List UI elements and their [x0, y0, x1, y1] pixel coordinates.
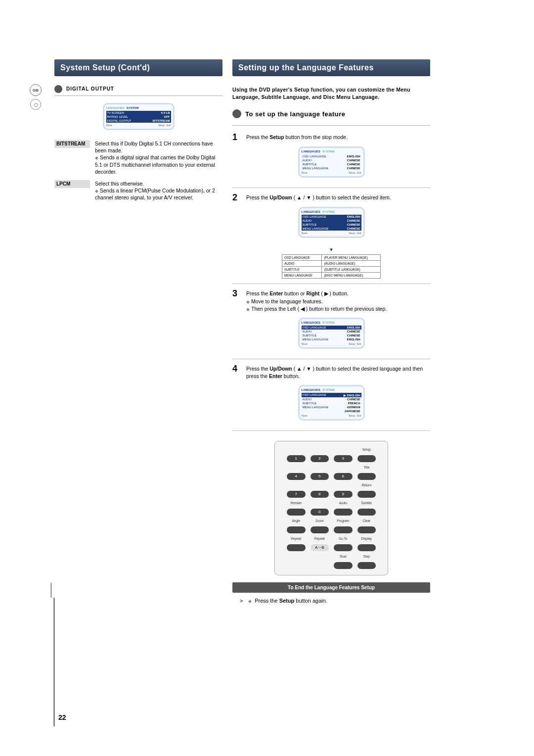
osd-row-label: SUBTITLE [303, 334, 317, 337]
osd-row-value: JAPANESE [345, 410, 360, 413]
remote-btn-display [357, 544, 376, 551]
table-cell: (PLAYER MENU LANGUAGE) [322, 255, 381, 261]
term-desc: Select this if Dolby Digital 5.1 CH conn… [95, 141, 213, 153]
osd-screenshot-lang-2: LANGUAGES SYSTEM OSD LANGUAGEENGLISH AUD… [298, 207, 365, 238]
remote-label-clear: Clear [357, 519, 376, 523]
osd-tab-system: SYSTEM [322, 150, 335, 153]
table-cell: SUBTITLE [282, 267, 322, 273]
remote-btn-subtitle [357, 509, 376, 516]
step-number: 4 [232, 364, 241, 380]
remote-btn-setup [357, 455, 376, 462]
step-text: Press the Enter button or Right ( ▶ ) bu… [246, 289, 387, 313]
remote-btn-slow [334, 562, 353, 569]
osd-row-label: SUBTITLE [303, 163, 317, 166]
osd-tab-languages: LANGUAGES [106, 106, 125, 109]
osd-screenshot-lang-4: LANGUAGES SYSTEM OSD LANGUAGE▶ ENGLISH A… [298, 385, 365, 421]
remote-label-repeat-ab: Repeat [311, 536, 329, 541]
step-1: 1 Press the Setup button from the stop m… [232, 133, 430, 142]
left-header: System Setup (Cont'd) [54, 59, 222, 76]
end-setup-bar: To End the Language Features Setup [232, 582, 430, 593]
remote-btn-audio [334, 509, 353, 516]
remote-btn-9: 9 [334, 491, 353, 498]
osd-row-label: SUBTITLE [303, 402, 317, 405]
left-column: System Setup (Cont'd) DIGITAL OUTPUT LAN… [54, 59, 222, 604]
osd-row-value: CHINESE [347, 159, 360, 162]
term-lpcm: LPCM Select this otherwise. Sends a line… [54, 180, 222, 201]
osd-row-label: AUDIO [303, 398, 312, 401]
remote-label-program: Program [334, 519, 353, 523]
osd-row-label: OSD LANGUAGE [303, 326, 326, 329]
osd-row-label: SUBTITLE [303, 223, 317, 226]
remote-label-goto: Go To [334, 536, 353, 541]
bullet: Sends a digital signal that carries the … [95, 154, 215, 174]
osd-screenshot-lang-1: LANGUAGES SYSTEM OSD LANGUAGEENGLISH AUD… [298, 146, 365, 178]
table-cell: (AUDIO LANGUAGE) [322, 261, 381, 267]
osd-row-label: OSD LANGUAGE [303, 215, 326, 218]
osd-row-label: OSD LANGUAGE [303, 393, 326, 397]
bullet-icon [232, 109, 241, 118]
remote-btn-2: 2 [311, 455, 329, 462]
remote-btn-goto [334, 544, 353, 551]
remote-illustration: Setup 1 2 3 Title 4 5 6 Return 7 8 9 Rem… [274, 441, 388, 575]
remote-btn-angle [287, 526, 306, 533]
table-cell: MENU LANGUAGE [282, 273, 322, 279]
osd-row-value: ▶ ENGLISH [344, 393, 360, 397]
side-language-tab: GB [30, 84, 42, 110]
osd-row-value: ENGLISH [347, 338, 360, 341]
osd-row-label: MENU LANGUAGE [303, 167, 329, 170]
term-body: Select this if Dolby Digital 5.1 CH conn… [95, 140, 222, 175]
remote-label-zoom: Zoom [311, 519, 329, 523]
remote-btn-8: 8 [311, 491, 329, 498]
osd-row-value: ENGLISH [347, 155, 360, 158]
divider [232, 188, 430, 188]
remote-label-display: Display [357, 536, 376, 541]
osd-tab-languages: LANGUAGES [302, 210, 320, 213]
language-mapping-table: OSD LANGUAGE(PLAYER MENU LANGUAGE) AUDIO… [282, 254, 381, 279]
remote-btn-ab: A↔B [311, 544, 329, 551]
osd-row-label: AUDIO [303, 219, 312, 222]
term-bitstream: BITSTREAM Select this if Dolby Digital 5… [54, 140, 222, 175]
osd-footer-exit: Setup : Exit [349, 171, 361, 174]
term-label: LPCM [54, 180, 90, 188]
osd-footer-exit: Setup : Exit [158, 124, 171, 127]
right-column: Setting up the Language Features Using t… [232, 59, 430, 604]
step-4: 4 Press the Up/Down ( ▲ / ▼ ) button to … [232, 364, 430, 380]
remote-btn-5: 5 [311, 473, 329, 480]
step-text: Press the Up/Down ( ▲ / ▼ ) button to se… [246, 364, 430, 380]
remote-btn-repeat [287, 544, 306, 551]
term-body: Select this otherwise. Sends a linear PC… [95, 180, 222, 201]
osd-screenshot-lang-3: LANGUAGES SYSTEM OSD LANGUAGEENGLISH AUD… [298, 318, 365, 349]
osd-tab-languages: LANGUAGES [302, 321, 320, 324]
term-desc: Select this otherwise. [95, 181, 144, 187]
osd-footer-move: Move [106, 124, 112, 127]
remote-btn-7: 7 [287, 491, 306, 498]
osd-row-value: CHINESE [347, 334, 360, 337]
digital-output-label: DIGITAL OUTPUT [66, 86, 222, 92]
osd-tab-languages: LANGUAGES [302, 388, 320, 391]
osd-row-value: CHINESE [347, 227, 360, 230]
osd-row-value: GERMAN [347, 406, 360, 409]
table-cell: (DISC MENU LANGUAGE) [322, 273, 381, 279]
bullet: Sends a linear PCM(Pulse Code Modulation… [95, 188, 215, 200]
osd-row-value: CHINESE [347, 163, 360, 166]
step-text: Press the Up/Down ( ▲ / ▼ ) button to se… [246, 193, 391, 202]
step-2: 2 Press the Up/Down ( ▲ / ▼ ) button to … [232, 193, 430, 202]
intro-text: Using the DVD player's Setup function, y… [232, 86, 430, 100]
osd-footer-exit: Setup : Exit [349, 342, 361, 345]
divider [232, 359, 430, 359]
osd-screenshot-system: LANGUAGES SYSTEM TV SCREEN4:3 LB RATING … [103, 103, 175, 130]
table-cell: (SUBTITLE LANGUAGE) [322, 267, 381, 273]
osd-tab-system: SYSTEM [322, 321, 335, 324]
divider [54, 95, 222, 96]
disc-icon [30, 99, 41, 110]
remote-label-subtitle: Subtitle [357, 501, 376, 506]
remote-btn-clear [357, 526, 376, 533]
remote-btn-1: 1 [287, 455, 306, 462]
remote-btn-3: 3 [334, 455, 353, 462]
bullet: Move to the language features. [246, 298, 323, 304]
osd-row-value: CHINESE [347, 223, 360, 226]
step-text: Press the Setup button from the stop mod… [246, 133, 348, 142]
divider [232, 284, 430, 284]
remote-btn-zoom [311, 526, 329, 533]
osd-footer-exit: Setup : Exit [349, 232, 361, 235]
